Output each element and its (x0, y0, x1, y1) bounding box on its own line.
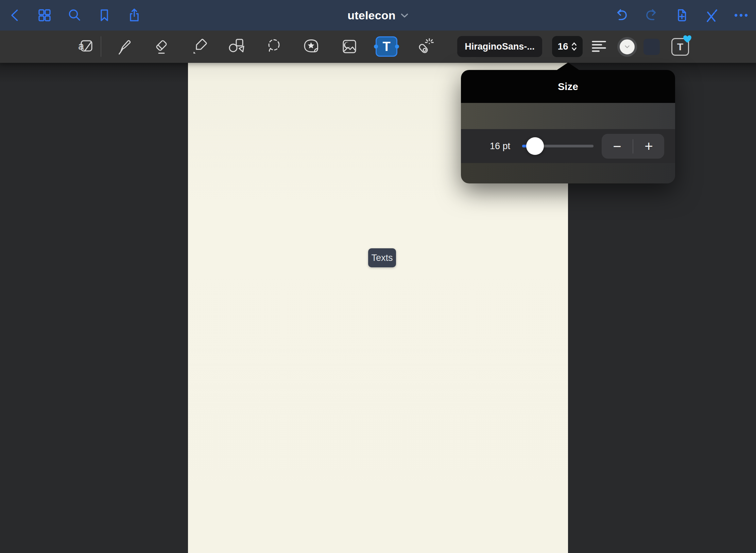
svg-text:a: a (78, 40, 84, 52)
chevron-down-icon (624, 45, 630, 49)
font-size-button[interactable]: 16 (552, 36, 583, 57)
text-background-swatch[interactable] (643, 39, 660, 55)
more-icon (733, 7, 749, 23)
text-object[interactable]: Texts (368, 248, 396, 267)
size-slider-thumb[interactable] (526, 137, 544, 155)
size-stepper: − + (602, 134, 664, 159)
popover-title: Size (558, 81, 578, 92)
pen-icon (115, 37, 134, 56)
popover-header: Size (461, 70, 675, 103)
selection-handle-left (374, 44, 378, 49)
tool-pen[interactable] (113, 36, 135, 57)
selection-handle-right (395, 44, 399, 49)
popover-band-top (461, 103, 675, 129)
favorite-text-style-button[interactable]: T (671, 38, 689, 56)
more-button[interactable] (733, 7, 749, 23)
undo-button[interactable] (613, 7, 630, 23)
add-page-icon (673, 7, 690, 23)
document-title-menu[interactable]: utelecon (0, 0, 756, 31)
redo-icon (643, 7, 660, 23)
page-title: utelecon (347, 9, 395, 22)
size-popover: Size 16 pt − + (461, 70, 675, 183)
stepper-chevrons-icon (571, 41, 577, 52)
toolbar-separator (101, 36, 101, 57)
tool-elements[interactable] (300, 36, 322, 57)
elements-sticker-icon (302, 37, 321, 56)
laser-pointer-icon (415, 37, 434, 56)
image-icon (340, 37, 359, 56)
size-decrease-button[interactable]: − (602, 134, 633, 159)
eraser-icon (152, 37, 171, 56)
size-value-label: 16 pt (481, 129, 519, 163)
tool-eraser[interactable] (151, 36, 172, 57)
popover-band-bottom (461, 163, 675, 183)
pen-mode-toggle-button[interactable] (703, 7, 719, 23)
top-navigation-bar: utelecon (0, 0, 756, 31)
tool-laser-pointer[interactable] (413, 36, 435, 57)
pen-mode-icon (703, 7, 719, 23)
page-mode-icon: a (76, 37, 95, 56)
text-tool-icon: T (382, 40, 390, 53)
redo-button[interactable] (643, 7, 660, 23)
app-window: utelecon (0, 0, 756, 553)
tool-shapes[interactable] (225, 36, 247, 57)
chevron-down-icon (400, 13, 409, 18)
tool-text-selected[interactable]: T (376, 36, 397, 57)
undo-icon (613, 7, 630, 23)
shapes-icon (227, 37, 246, 56)
align-left-icon (591, 39, 607, 54)
heart-badge-icon (683, 35, 692, 43)
font-family-button[interactable]: HiraginoSans-... (457, 36, 542, 57)
text-align-button[interactable] (589, 36, 609, 57)
tool-image[interactable] (339, 36, 360, 57)
highlighter-icon (190, 37, 209, 56)
tool-lasso[interactable] (263, 36, 285, 57)
tool-highlighter[interactable] (189, 36, 210, 57)
tools-toolbar: a (0, 31, 756, 63)
tool-page-mode[interactable]: a (75, 36, 97, 57)
size-increase-button[interactable]: + (633, 134, 664, 159)
text-color-button[interactable] (617, 37, 637, 57)
add-page-button[interactable] (673, 7, 690, 23)
lasso-icon (265, 37, 284, 56)
font-size-value: 16 (557, 41, 568, 52)
size-slider-row: 16 pt − + (461, 129, 675, 163)
